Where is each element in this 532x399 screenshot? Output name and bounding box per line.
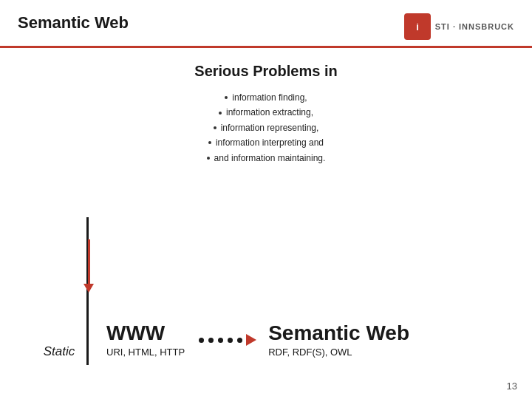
- bullet-dot: [214, 126, 216, 129]
- list-item: information finding,: [30, 90, 502, 105]
- www-block: WWW URI, HTML, HTTP: [106, 322, 185, 358]
- main-content: Serious Problems in information finding,…: [0, 48, 532, 372]
- red-arrow-tip: [83, 284, 94, 293]
- www-subtitle: URI, HTML, HTTP: [106, 347, 185, 358]
- content-col: WWW URI, HTML, HTTP Semantic Web RDF, RD…: [89, 322, 502, 365]
- header: Semantic Web i STI · INNSBRUCK: [0, 0, 532, 40]
- semantic-title: Semantic Web: [268, 322, 409, 345]
- list-item: and information maintaining.: [30, 151, 502, 166]
- svg-text:i: i: [416, 21, 419, 33]
- bullet-dot: [219, 112, 222, 115]
- dot-5: [237, 338, 242, 343]
- dot-2: [208, 338, 214, 343]
- red-arrow-line: [88, 239, 90, 284]
- static-label: Static: [44, 344, 75, 359]
- arrow-head: [246, 334, 256, 346]
- page-title: Semantic Web: [18, 13, 129, 33]
- static-col: Static: [30, 180, 89, 365]
- red-down-arrow: [83, 239, 94, 293]
- bullet-dot: [225, 96, 228, 99]
- section-title: Serious Problems in: [30, 63, 502, 80]
- dot-3: [218, 338, 223, 343]
- logo-text: STI · INNSBRUCK: [435, 22, 514, 31]
- logo-area: i STI · INNSBRUCK: [404, 13, 514, 40]
- dot-4: [228, 338, 233, 343]
- bullet-dot: [207, 157, 210, 160]
- logo-icon: i: [404, 13, 431, 40]
- dotted-arrow: [197, 334, 256, 346]
- www-title: WWW: [106, 322, 185, 345]
- semantic-subtitle: RDF, RDF(S), OWL: [268, 347, 409, 358]
- list-item: information representing,: [30, 120, 502, 135]
- list-item: information extracting,: [30, 105, 502, 120]
- diagram-wrapper: Static WWW URI, HTML, HTTP S: [30, 180, 502, 365]
- page-number: 13: [507, 381, 517, 392]
- bullet-dot: [208, 141, 211, 144]
- dot-1: [199, 338, 204, 343]
- semantic-block: Semantic Web RDF, RDF(S), OWL: [268, 322, 409, 358]
- bullet-list: information finding, information extract…: [30, 90, 502, 166]
- list-item: information interpreting and: [30, 135, 502, 150]
